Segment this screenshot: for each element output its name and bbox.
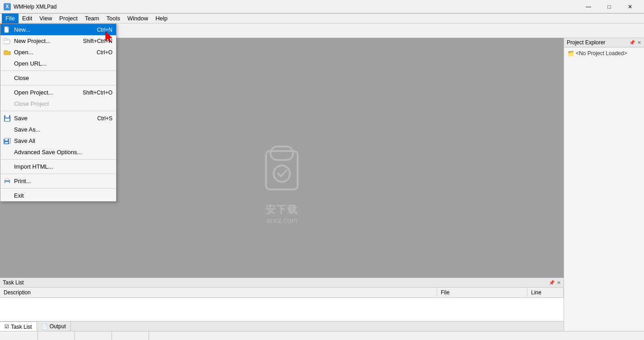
sep-1 [0, 71, 116, 71]
menu-item-new-shortcut: Ctrl+N [97, 27, 112, 33]
watermark: 安下载 anxz.com [255, 144, 309, 225]
svg-rect-9 [4, 38, 7, 40]
project-explorer-title: Project Explorer [567, 39, 605, 46]
menu-item-open[interactable]: Open... Ctrl+O [0, 47, 116, 58]
menu-team[interactable]: Team [81, 14, 103, 24]
print-icon [3, 177, 11, 185]
project-explorer-close-btn[interactable]: ✕ [637, 40, 641, 46]
tab-output-label: Output [50, 323, 66, 330]
sep-6 [0, 188, 116, 189]
menu-item-open-label: Open... [14, 49, 33, 56]
menu-item-exit-label: Exit [14, 192, 24, 199]
menu-item-open-project-label: Open Project... [14, 89, 53, 96]
svg-rect-12 [5, 118, 9, 121]
menu-item-new-project-shortcut: Shift+Ctrl+N [83, 38, 112, 44]
title-bar: X WMHelp XMLPad — □ ✕ [0, 0, 644, 14]
menu-item-advanced-save[interactable]: Advanced Save Options... [0, 146, 116, 158]
project-explorer-content: 🗂️ <No Project Loaded> [564, 47, 644, 331]
new-file-icon [3, 26, 11, 34]
task-list-tabs: ☑ Task List 📄 Output [0, 321, 564, 331]
menu-item-open-project[interactable]: Open Project... Shift+Ctrl+O [0, 87, 116, 98]
status-seg-1 [2, 331, 38, 340]
menu-item-open-shortcut: Ctrl+O [97, 49, 112, 56]
menu-file[interactable]: File [2, 14, 19, 24]
menu-item-open-project-shortcut: Shift+Ctrl+O [83, 90, 112, 96]
tab-task-list-label: Task List [11, 324, 32, 330]
menu-item-new-label: New... [14, 26, 30, 33]
menu-item-print-label: Print... [14, 178, 31, 184]
project-explorer-header: Project Explorer 📌 ✕ [564, 38, 644, 47]
status-seg-2 [39, 331, 75, 340]
sep-2 [0, 85, 116, 85]
title-bar-controls: — □ ✕ [578, 0, 640, 14]
project-explorer-pin-btn[interactable]: 📌 [629, 40, 635, 46]
menu-tools[interactable]: Tools [103, 14, 124, 24]
new-project-icon [3, 37, 11, 45]
maximize-button[interactable]: □ [599, 0, 620, 14]
menu-item-save-as-label: Save As... [14, 126, 41, 133]
menu-item-new[interactable]: New... Ctrl+N [0, 24, 116, 35]
task-list-columns: Description File Line [0, 288, 564, 298]
minimize-button[interactable]: — [578, 0, 599, 14]
close-button[interactable]: ✕ [620, 0, 640, 14]
menu-item-save-all[interactable]: Save All [0, 135, 116, 146]
menu-item-save-as[interactable]: Save As... [0, 124, 116, 135]
task-col-file: File [437, 288, 527, 297]
task-list-header: Task List 📌 ✕ [0, 278, 564, 288]
title-text: WMHelp XMLPad [14, 4, 56, 10]
file-menu-dropdown: New... Ctrl+N New Project... Shift+Ctrl+… [0, 24, 117, 202]
menu-item-import-html[interactable]: Import HTML... [0, 161, 116, 172]
menu-item-close-project: Close Project [0, 98, 116, 109]
menu-item-open-url[interactable]: Open URL... [0, 58, 116, 69]
svg-rect-19 [5, 182, 9, 184]
project-explorer: Project Explorer 📌 ✕ 🗂️ <No Project Load… [564, 38, 644, 331]
menu-item-open-url-label: Open URL... [14, 60, 47, 67]
menu-item-close[interactable]: Close [0, 72, 116, 84]
open-icon [3, 48, 11, 57]
menu-item-save-all-label: Save All [14, 137, 35, 144]
menu-item-print[interactable]: Print... [0, 175, 116, 187]
tab-task-list[interactable]: ☑ Task List [0, 321, 37, 331]
menu-window[interactable]: Window [124, 14, 152, 24]
bottom-panel: Task List 📌 ✕ Description File Line ☑ Ta… [0, 278, 564, 331]
menu-item-save-label: Save [14, 115, 28, 122]
title-bar-left: X WMHelp XMLPad [4, 3, 56, 10]
menu-item-save[interactable]: Save Ctrl+S [0, 113, 116, 124]
menu-bar: File Edit View Project Team Tools Window… [0, 14, 644, 24]
menu-item-advanced-save-label: Advanced Save Options... [14, 149, 82, 156]
menu-help[interactable]: Help [152, 14, 171, 24]
menu-edit[interactable]: Edit [19, 14, 36, 24]
no-project-item: 🗂️ <No Project Loaded> [566, 49, 642, 57]
menu-item-import-html-label: Import HTML... [14, 163, 53, 170]
status-seg-4 [113, 331, 149, 340]
svg-point-6 [274, 165, 290, 182]
sep-4 [0, 159, 116, 160]
save-icon [3, 114, 11, 123]
sep-3 [0, 111, 116, 111]
task-col-line: Line [527, 288, 564, 297]
svg-rect-5 [271, 146, 293, 160]
menu-item-new-project-label: New Project... [14, 38, 51, 44]
menu-item-close-label: Close [14, 75, 29, 81]
task-list-body [0, 298, 564, 321]
menu-item-save-shortcut: Ctrl+S [97, 115, 112, 122]
task-list-title: Task List [3, 279, 24, 286]
no-project-label: <No Project Loaded> [576, 50, 627, 57]
status-bar [0, 331, 644, 340]
task-list-pin-btn[interactable]: 📌 [549, 280, 555, 286]
tab-output[interactable]: 📄 Output [37, 321, 71, 331]
task-list-close-btn[interactable]: ✕ [557, 280, 561, 286]
menu-item-new-project[interactable]: New Project... Shift+Ctrl+N [0, 35, 116, 47]
task-col-description: Description [0, 288, 437, 297]
menu-view[interactable]: View [36, 14, 56, 24]
svg-rect-11 [5, 115, 9, 118]
menu-project[interactable]: Project [56, 14, 81, 24]
save-all-icon [3, 137, 11, 145]
app-icon: X [4, 3, 11, 10]
menu-item-exit[interactable]: Exit [0, 190, 116, 201]
svg-rect-18 [5, 179, 9, 180]
sep-5 [0, 174, 116, 174]
status-seg-3 [76, 331, 112, 340]
menu-item-close-project-label: Close Project [14, 100, 49, 107]
